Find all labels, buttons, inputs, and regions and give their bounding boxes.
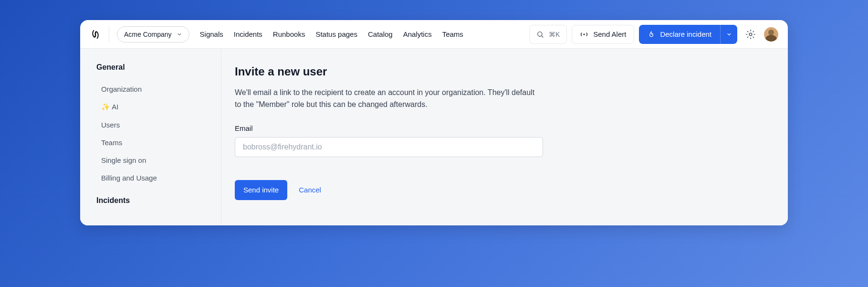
svg-point-0 (538, 32, 542, 36)
org-dropdown[interactable]: Acme Company (117, 26, 189, 43)
email-label: Email (235, 124, 758, 132)
svg-point-1 (584, 33, 585, 35)
declare-incident-group: Declare incident (639, 25, 737, 44)
app-logo (90, 29, 101, 40)
declare-incident-caret[interactable] (720, 25, 737, 44)
flame-icon (648, 31, 655, 38)
sidebar-item-ai[interactable]: ✨ AI (96, 98, 214, 116)
content-area: General Organization ✨ AI Users Teams Si… (80, 49, 788, 225)
sidebar-heading-incidents: Incidents (96, 196, 214, 205)
sidebar-item-sso[interactable]: Single sign on (96, 151, 214, 169)
gear-icon (745, 29, 756, 40)
declare-incident-label: Declare incident (660, 30, 711, 38)
cancel-button[interactable]: Cancel (299, 186, 321, 194)
settings-sidebar: General Organization ✨ AI Users Teams Si… (80, 49, 221, 225)
sidebar-heading-general: General (96, 63, 214, 72)
primary-nav: Signals Incidents Runbooks Status pages … (200, 30, 463, 38)
sidebar-item-billing[interactable]: Billing and Usage (96, 169, 214, 187)
avatar[interactable] (764, 27, 778, 42)
svg-point-2 (749, 33, 752, 36)
nav-teams[interactable]: Teams (442, 30, 463, 38)
form-actions: Send invite Cancel (235, 180, 758, 200)
divider (109, 27, 109, 42)
nav-status-pages[interactable]: Status pages (315, 30, 357, 38)
search-shortcut: ⌘K (549, 31, 560, 38)
send-alert-label: Send Alert (593, 30, 626, 38)
org-name: Acme Company (124, 31, 172, 38)
nav-catalog[interactable]: Catalog (368, 30, 393, 38)
declare-incident-button[interactable]: Declare incident (639, 25, 720, 44)
nav-incidents[interactable]: Incidents (234, 30, 262, 38)
settings-button[interactable] (742, 26, 759, 43)
nav-runbooks[interactable]: Runbooks (273, 30, 305, 38)
sidebar-item-users[interactable]: Users (96, 116, 214, 134)
topbar: Acme Company Signals Incidents Runbooks … (80, 20, 788, 49)
send-alert-button[interactable]: Send Alert (572, 25, 634, 44)
main-content: Invite a new user We'll email a link to … (221, 49, 788, 225)
page-description: We'll email a link to the recipient to c… (235, 87, 540, 111)
sidebar-item-teams[interactable]: Teams (96, 134, 214, 151)
search-button[interactable]: ⌘K (529, 25, 567, 44)
search-icon (536, 31, 544, 38)
nav-analytics[interactable]: Analytics (403, 30, 432, 38)
sidebar-item-organization[interactable]: Organization (96, 80, 214, 98)
email-field[interactable] (235, 137, 543, 157)
chevron-down-icon (177, 32, 182, 37)
broadcast-icon (580, 30, 588, 39)
nav-signals[interactable]: Signals (200, 30, 223, 38)
app-window: Acme Company Signals Incidents Runbooks … (80, 20, 788, 225)
send-invite-button[interactable]: Send invite (235, 180, 287, 200)
page-title: Invite a new user (235, 65, 758, 78)
